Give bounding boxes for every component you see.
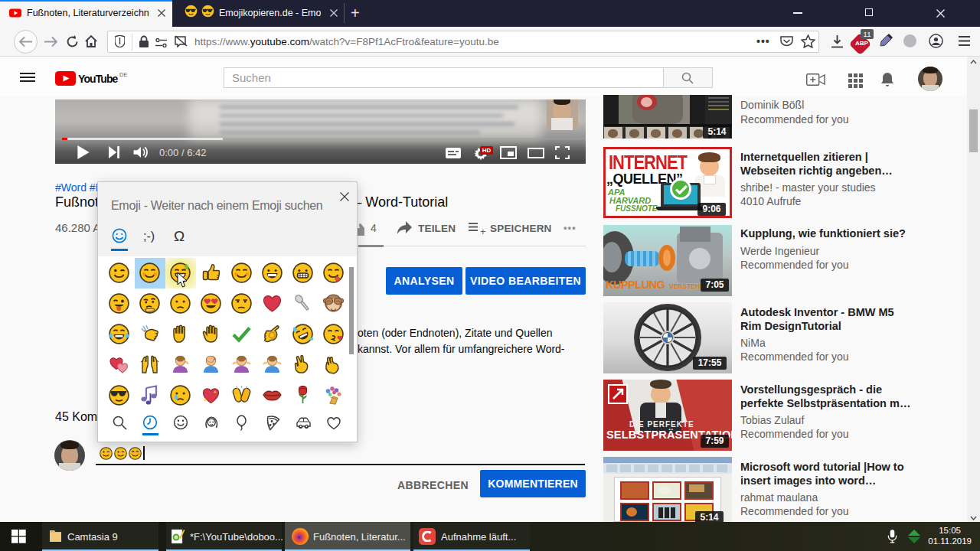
svg-text:YouTube: YouTube <box>78 73 119 85</box>
svg-text:DE: DE <box>119 71 127 78</box>
